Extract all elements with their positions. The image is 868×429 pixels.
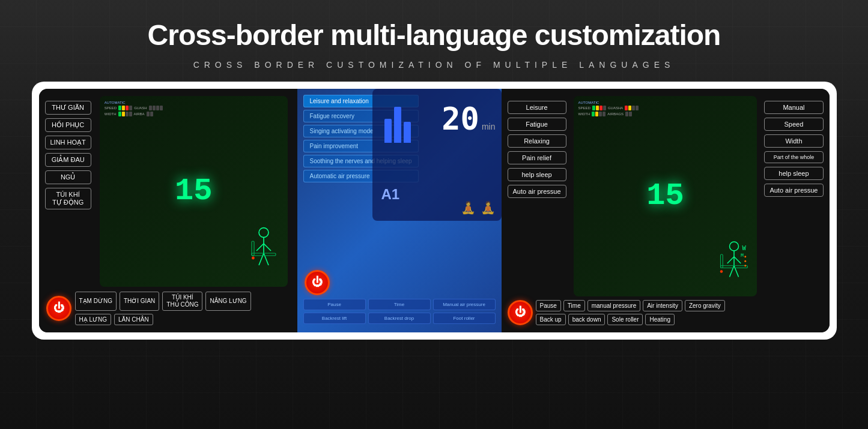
blue-bottom-controls: Pause Time Manual air pressure Backrest …: [297, 299, 502, 326]
blue-ctrl-backrest-drop[interactable]: Backrest drop: [368, 313, 431, 324]
blue-bar-2: [394, 107, 401, 143]
panel-viet: THƯ GIÃN HỒI PHỤC LINH HOẠT GIẢM ĐAU NGỦ…: [39, 89, 297, 332]
svg-point-20: [745, 265, 747, 266]
panel-eng: Leisure Fatigue Relaxing Pain relief hel…: [502, 89, 830, 332]
eng-width-label: WIDTH: [578, 112, 590, 116]
viet-automatic-label: AUTOMATIC: [105, 101, 163, 104]
egbar1: [625, 106, 628, 110]
ebar2: [596, 106, 599, 110]
blue-timer-value: 20: [442, 101, 479, 137]
eng-screen-inner: AUTOMATIC SPEED GUASHA: [574, 96, 757, 296]
viet-mode-btn-4[interactable]: NGỦ: [45, 170, 91, 184]
eng-right-btn-5[interactable]: Auto air pressue: [764, 184, 823, 197]
eng-mode-btn-4[interactable]: help sleep: [508, 168, 566, 181]
viet-airba-bars: [147, 112, 153, 116]
eng-mode-btn-0[interactable]: Leisure: [508, 101, 566, 114]
eng-speed-indicator: AUTOMATIC SPEED GUASHA: [578, 101, 639, 118]
blue-ctrl-backrest-lift[interactable]: Backrest lift: [303, 313, 366, 324]
gbar3: [156, 106, 159, 110]
panel-blue: Leisure and relaxation Fatigue recovery …: [297, 89, 502, 332]
viet-mode-btn-0[interactable]: THƯ GIÃN: [45, 101, 91, 115]
eng-mode-btn-1[interactable]: Fatigue: [508, 118, 566, 131]
viet-speed-row: SPEED GUASH: [105, 106, 163, 110]
viet-speed-label: SPEED: [105, 106, 117, 110]
viet-mode-btn-3[interactable]: GIẢM ĐAU: [45, 153, 91, 167]
blue-person-icon-2: 🧘: [481, 200, 496, 215]
blue-ctrl-row-1: Pause Time Manual air pressure: [303, 299, 496, 310]
blue-ctrl-time[interactable]: Time: [368, 299, 431, 310]
eng-person-svg: W M: [716, 239, 752, 287]
eng-guasha-bars: [625, 106, 639, 110]
viet-bottom-btn-5[interactable]: LĂN CHÂN: [114, 314, 153, 325]
blue-bar-1: [384, 119, 392, 143]
viet-power-button[interactable]: ⏻: [46, 296, 71, 321]
viet-bottom-controls: ⏻ TẠM DỪNG THỜI GIAN TÚI KHÍTHỦ CÔNG NÂN…: [45, 292, 291, 325]
viet-width-bars: [118, 112, 132, 116]
sub-title: CROSS BORDER CUSTOMIZATION OF MULTIPLE L…: [0, 60, 868, 70]
eabar1: [625, 112, 628, 116]
eng-mode-btn-2[interactable]: Relaxing: [508, 134, 566, 148]
egbar4: [636, 106, 639, 110]
gbar1: [149, 106, 152, 110]
svg-point-17: [720, 270, 723, 273]
viet-screen: AUTOMATIC SPEED GUASH: [100, 96, 288, 287]
eng-speed-row: SPEED GUASHA: [578, 106, 639, 110]
viet-figure: [246, 227, 282, 275]
blue-ctrl-foot-roller[interactable]: Foot roller: [433, 313, 496, 324]
blue-power-button[interactable]: ⏻: [305, 270, 330, 295]
eng-mode-btn-3[interactable]: Pain relief: [508, 151, 566, 164]
egbar2: [628, 106, 631, 110]
blue-timer-unit: min: [482, 122, 496, 131]
eng-content: Leisure Fatigue Relaxing Pain relief hel…: [508, 96, 824, 296]
svg-point-0: [259, 227, 269, 237]
ebar3: [599, 106, 602, 110]
viet-bottom-btn-0[interactable]: TẠM DỪNG: [75, 292, 117, 311]
eng-screen-number: 15: [646, 178, 684, 214]
eng-bottom-zero-gravity[interactable]: Zero gravity: [685, 300, 725, 311]
eng-bottom-back-up[interactable]: Back up: [536, 314, 566, 325]
blue-icons: 🧘 🧘: [461, 200, 496, 215]
wbar1: [118, 112, 121, 116]
viet-bottom-btn-3[interactable]: NÂNG LƯNG: [205, 292, 250, 311]
eng-right-btn-3[interactable]: Part of the whole: [764, 151, 823, 163]
svg-point-8: [252, 256, 255, 259]
viet-screen-number: 15: [175, 173, 212, 209]
eng-bottom-manual-pressure[interactable]: manual pressure: [587, 300, 640, 311]
eng-airbags-bars: [625, 112, 632, 116]
viet-bottom-btn-4[interactable]: HẠ LƯNG: [75, 314, 112, 325]
eng-bottom-air-intensity[interactable]: Air intensity: [643, 300, 682, 311]
eng-right-btn-2[interactable]: Width: [764, 134, 823, 148]
blue-ctrl-row-2: Backrest lift Backrest drop Foot roller: [303, 313, 496, 324]
eng-right-btn-0[interactable]: Manual: [764, 101, 823, 114]
eng-bottom-pause[interactable]: Pause: [536, 300, 561, 311]
viet-mode-btn-1[interactable]: HỒI PHỤC: [45, 118, 91, 132]
eng-right-btn-4[interactable]: help sleep: [764, 167, 823, 180]
blue-a1-label: A1: [381, 186, 400, 203]
eng-screen: AUTOMATIC SPEED GUASHA: [574, 96, 757, 296]
viet-content: THƯ GIÃN HỒI PHỤC LINH HOẠT GIẢM ĐAU NGỦ…: [45, 96, 291, 287]
viet-person-svg: [246, 227, 282, 275]
eng-right-btn-1[interactable]: Speed: [764, 118, 823, 131]
svg-point-9: [730, 242, 739, 251]
svg-line-3: [264, 244, 271, 251]
eng-guasha-label: GUASHA: [608, 106, 623, 110]
eng-bottom-sole-roller[interactable]: Sole roller: [607, 314, 643, 325]
viet-bottom-btn-1[interactable]: THỜI GIAN: [120, 292, 159, 311]
viet-bottom-btn-2[interactable]: TÚI KHÍTHỦ CÔNG: [162, 292, 202, 311]
bar2: [122, 106, 125, 110]
eng-mode-btn-5[interactable]: Auto air pressue: [508, 185, 566, 198]
blue-ctrl-pause[interactable]: Pause: [303, 299, 366, 310]
blue-ctrl-manual-air[interactable]: Manual air pressure: [433, 299, 496, 310]
svg-line-5: [264, 253, 269, 265]
egbar3: [632, 106, 635, 110]
eng-power-button[interactable]: ⏻: [508, 300, 533, 325]
eng-bottom-back-down[interactable]: back down: [568, 314, 605, 325]
eng-bottom-time[interactable]: Time: [563, 300, 585, 311]
viet-mode-btn-5[interactable]: TÚI KHÍTỰ ĐỘNG: [45, 188, 91, 209]
viet-mode-btn-2[interactable]: LINH HOẠT: [45, 136, 91, 149]
eng-bottom-heating[interactable]: Heating: [645, 314, 674, 325]
main-title: Cross-border multi-language customizatio…: [0, 18, 868, 53]
blue-person-icon-1: 🧘: [461, 200, 476, 215]
viet-power-icon: ⏻: [53, 302, 64, 314]
svg-line-11: [727, 256, 734, 263]
